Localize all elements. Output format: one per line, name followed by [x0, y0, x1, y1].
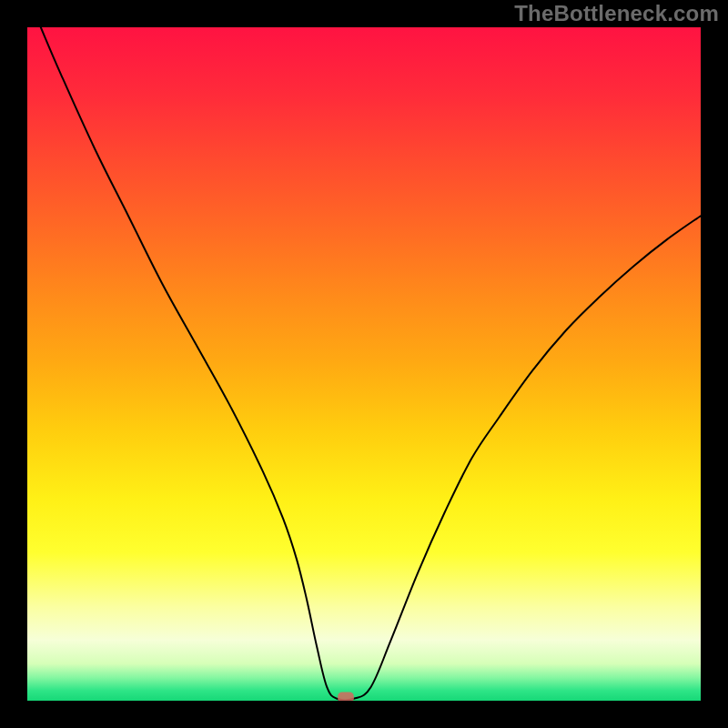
chart-frame: TheBottleneck.com [0, 0, 728, 728]
chart-background [27, 27, 701, 701]
watermark-text: TheBottleneck.com [514, 1, 719, 26]
optimal-point-marker [338, 692, 354, 701]
chart-svg [27, 27, 701, 701]
plot-area [27, 27, 701, 701]
